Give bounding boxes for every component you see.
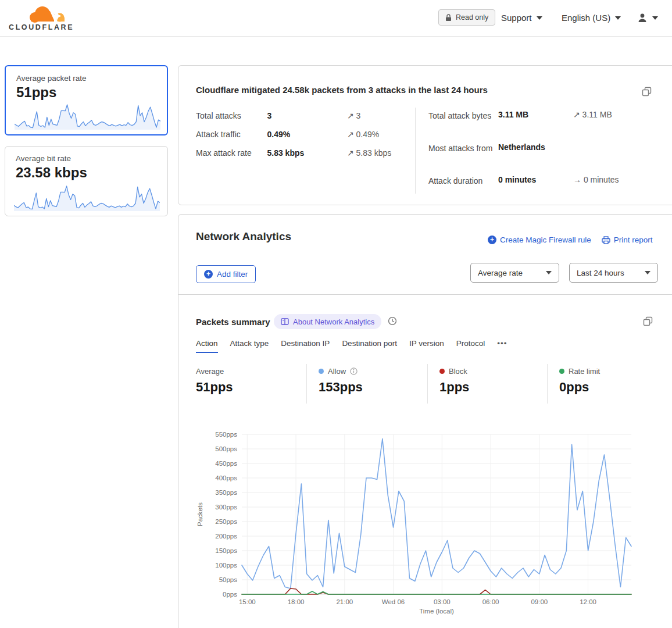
svg-text:500pps: 500pps [215, 445, 237, 452]
stat-value: 0pps [559, 380, 600, 395]
metric-card-label: Average packet rate [16, 74, 167, 83]
stat-value: 5.83 kbps [267, 148, 344, 158]
stat-value: 1pps [439, 380, 469, 395]
stats-divider [427, 364, 428, 404]
stat-label: Rate limit [569, 367, 600, 376]
plus-icon: + [488, 236, 496, 244]
svg-text:Packets: Packets [196, 502, 203, 526]
svg-text:06:00: 06:00 [482, 598, 499, 605]
section-divider [178, 294, 672, 295]
block-dot-icon [439, 369, 445, 374]
stat-row-attack-traffic: Attack traffic 0.49% ↗ 0.49% [196, 129, 379, 140]
time-range-select[interactable]: Last 24 hours [569, 263, 658, 283]
svg-text:400pps: 400pps [215, 474, 237, 481]
user-icon [637, 13, 648, 23]
tab-ip-version[interactable]: IP version [409, 339, 444, 353]
metric-select-value: Average rate [478, 269, 523, 277]
packet-rate-sparkline [15, 103, 160, 130]
history-clock-icon[interactable] [388, 316, 398, 326]
metric-select[interactable]: Average rate [470, 263, 559, 283]
add-filter-button[interactable]: + Add filter [196, 265, 256, 283]
stat-row-most-attacks-from: Most attacks from Netherlands [428, 142, 573, 154]
stat-delta: ↗ 5.83 kbps [347, 148, 391, 158]
chevron-down-icon [537, 16, 542, 20]
support-label: Support [501, 13, 532, 23]
stat-label: Block [449, 367, 467, 376]
about-network-analytics-badge[interactable]: About Network Analytics [274, 314, 381, 329]
metric-card-value: 23.58 kbps [16, 165, 167, 181]
stat-value: Netherlands [498, 142, 573, 154]
tab-attack-type[interactable]: Attack type [230, 339, 269, 353]
network-analytics-title: Network Analytics [196, 230, 291, 243]
stat-average: Average 51pps [196, 367, 233, 395]
svg-text:150pps: 150pps [215, 547, 237, 554]
svg-text:15:00: 15:00 [239, 598, 256, 605]
info-icon[interactable] [350, 367, 358, 375]
chevron-down-icon [645, 271, 650, 274]
book-icon [281, 318, 289, 325]
svg-text:250pps: 250pps [215, 518, 237, 525]
print-report-label: Print report [614, 236, 653, 244]
cloudflare-logo[interactable]: CLOUDFLARE [9, 4, 78, 34]
stat-value: 0 minutes [498, 175, 573, 187]
stat-block: Block 1pps [439, 367, 469, 395]
stats-divider [306, 364, 307, 404]
svg-text:100pps: 100pps [215, 562, 237, 569]
time-range-value: Last 24 hours [577, 269, 624, 277]
copy-icon[interactable] [642, 87, 652, 97]
top-header: CLOUDFLARE Read only Support English (US… [0, 0, 672, 37]
tab-protocol[interactable]: Protocol [456, 339, 485, 353]
svg-text:09:00: 09:00 [531, 598, 548, 605]
read-only-label: Read only [456, 13, 488, 22]
svg-text:0pps: 0pps [223, 591, 237, 598]
brand-wordmark: CLOUDFLARE [9, 23, 74, 31]
stat-label: Max attack rate [196, 147, 264, 159]
stat-row-total-attacks: Total attacks 3 ↗ 3 [196, 110, 360, 122]
chevron-down-icon [615, 16, 621, 20]
metric-card-packet-rate[interactable]: Average packet rate 51pps [5, 65, 168, 135]
analytics-actions: + Create Magic Firewall rule Print repor… [488, 236, 653, 244]
read-only-badge: Read only [438, 9, 495, 26]
copy-icon[interactable] [643, 316, 653, 327]
stats-divider [415, 108, 416, 194]
svg-text:18:00: 18:00 [288, 598, 305, 605]
stat-allow: Allow 153pps [319, 367, 363, 395]
stat-row-attack-bytes: Total attack bytes 3.11 MB ↗ 3.11 MB [428, 110, 612, 122]
rate-limit-dot-icon [559, 369, 564, 374]
stat-value: 51pps [196, 380, 233, 395]
network-analytics-panel: Network Analytics + Create Magic Firewal… [178, 214, 672, 628]
stat-value: 153pps [319, 380, 363, 395]
stat-value: 3 [267, 111, 344, 120]
stat-label: Attack duration [428, 175, 498, 187]
account-menu[interactable] [637, 13, 658, 23]
more-tabs-button[interactable]: ••• [497, 339, 507, 353]
chevron-down-icon [652, 16, 658, 20]
metric-card-value: 51pps [16, 84, 167, 101]
language-label: English (US) [562, 13, 610, 23]
badge-label: About Network Analytics [293, 317, 374, 326]
attack-summary-panel: Cloudflare mitigated 24.58k packets from… [178, 65, 672, 205]
stat-delta: ↗ 0.49% [347, 130, 379, 139]
tab-destination-ip[interactable]: Destination IP [281, 339, 330, 353]
svg-text:Wed 06: Wed 06 [382, 598, 405, 605]
stat-value: 0.49% [267, 130, 344, 139]
svg-text:300pps: 300pps [215, 504, 237, 511]
allow-dot-icon [319, 369, 324, 374]
svg-text:200pps: 200pps [215, 533, 237, 540]
svg-text:350pps: 350pps [215, 489, 237, 496]
svg-text:21:00: 21:00 [336, 598, 353, 605]
tab-destination-port[interactable]: Destination port [342, 339, 397, 353]
tab-action[interactable]: Action [196, 339, 218, 353]
support-menu[interactable]: Support [501, 13, 542, 23]
svg-text:Time (local): Time (local) [419, 608, 454, 615]
stat-row-max-attack-rate: Max attack rate 5.83 kbps ↗ 5.83 kbps [196, 147, 391, 159]
chevron-down-icon [546, 271, 552, 274]
dimension-tabs: Action Attack type Destination IP Destin… [196, 339, 507, 353]
print-report-link[interactable]: Print report [602, 236, 653, 244]
metric-card-bit-rate[interactable]: Average bit rate 23.58 kbps [5, 146, 168, 216]
add-filter-label: Add filter [217, 270, 248, 279]
svg-text:50pps: 50pps [219, 576, 238, 583]
language-menu[interactable]: English (US) [562, 13, 621, 23]
metric-card-label: Average bit rate [16, 154, 167, 163]
create-magic-firewall-rule-link[interactable]: + Create Magic Firewall rule [488, 236, 591, 244]
